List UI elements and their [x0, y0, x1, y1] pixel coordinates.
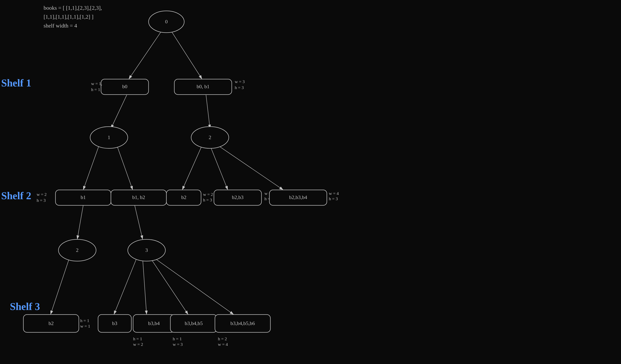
svg-line-7	[182, 145, 202, 190]
svg-text:w = 1: w = 1	[80, 324, 90, 329]
svg-line-14	[143, 258, 147, 315]
svg-line-3	[111, 95, 127, 128]
svg-line-8	[210, 145, 228, 190]
svg-text:b0, b1: b0, b1	[197, 84, 209, 89]
svg-line-5	[83, 145, 99, 190]
svg-text:2: 2	[76, 247, 79, 253]
svg-line-13	[114, 258, 137, 315]
svg-line-11	[135, 205, 143, 239]
svg-text:b2,b3,b4: b2,b3,b4	[289, 194, 307, 200]
svg-line-6	[117, 145, 133, 190]
svg-text:b2: b2	[181, 194, 186, 200]
svg-text:1: 1	[108, 135, 110, 140]
svg-text:h = 1: h = 1	[80, 318, 89, 323]
svg-text:w = 3: w = 3	[173, 342, 183, 347]
svg-text:h = 3: h = 3	[203, 197, 212, 202]
svg-text:h = 3: h = 3	[329, 196, 338, 201]
svg-text:b3,b4,b5: b3,b4,b5	[185, 320, 203, 326]
svg-line-2	[170, 30, 202, 79]
svg-text:w = 2: w = 2	[133, 342, 143, 347]
svg-text:0: 0	[165, 19, 168, 25]
svg-line-10	[77, 205, 83, 239]
svg-text:w = 4: w = 4	[218, 342, 228, 347]
svg-text:3: 3	[145, 247, 148, 253]
svg-line-12	[51, 258, 69, 315]
svg-text:w = 2: w = 2	[203, 192, 213, 197]
svg-text:h = 3: h = 3	[37, 198, 46, 203]
svg-text:h = 2: h = 2	[218, 336, 227, 341]
svg-text:w = 1,: w = 1,	[91, 81, 102, 86]
svg-text:h = 1: h = 1	[133, 336, 142, 341]
svg-text:h = 3: h = 3	[235, 85, 244, 90]
svg-text:w = 3: w = 3	[235, 79, 245, 84]
tree-diagram: 0 b0 w = 1, h = 1 b0, b1 w = 3 h = 3 1 2…	[0, 0, 621, 364]
svg-text:b3,b4,b5,b6: b3,b4,b5,b6	[230, 320, 255, 326]
svg-text:b3: b3	[112, 320, 117, 326]
svg-text:b2,b3: b2,b3	[232, 194, 244, 200]
svg-text:b3,b4: b3,b4	[148, 320, 160, 326]
svg-text:b0: b0	[122, 84, 127, 89]
svg-text:b1: b1	[81, 194, 86, 200]
svg-line-4	[206, 95, 210, 128]
svg-text:b1, b2: b1, b2	[132, 194, 145, 200]
svg-line-16	[155, 258, 234, 315]
svg-line-15	[151, 258, 188, 315]
svg-text:b2: b2	[49, 320, 54, 326]
svg-text:h = 1: h = 1	[173, 336, 182, 341]
svg-line-1	[129, 30, 162, 79]
svg-line-9	[218, 145, 283, 190]
svg-text:w = 4: w = 4	[329, 191, 339, 196]
svg-text:h = 1: h = 1	[91, 87, 100, 92]
svg-text:2: 2	[209, 135, 211, 140]
svg-text:w = 2: w = 2	[37, 192, 47, 197]
